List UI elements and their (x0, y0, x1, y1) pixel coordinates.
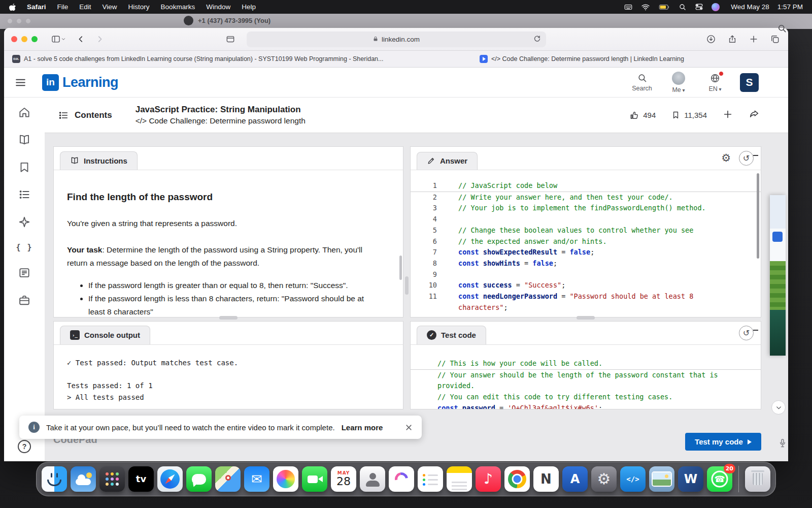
code-line[interactable]: 5// Change these boolean values to contr… (411, 225, 761, 236)
nav-language[interactable]: EN (703, 73, 727, 92)
nav-home-icon[interactable] (18, 106, 31, 119)
trash-dock-icon[interactable] (745, 466, 770, 492)
bookmark-item-d2l[interactable]: D2L A1 - solve 5 code challenges from Li… (12, 55, 383, 63)
search-icon[interactable] (777, 23, 787, 36)
menu-item[interactable]: View (103, 3, 117, 11)
tab-test-code[interactable]: ✓ Test code (417, 326, 486, 344)
spotlight-icon[interactable] (679, 3, 687, 11)
freeform-dock-icon[interactable] (389, 466, 414, 492)
linkedin-learning-logo[interactable]: in Learning (42, 74, 118, 91)
code-line[interactable]: 7const showExpectedResult = false; (411, 247, 761, 258)
editor-settings-gear-icon[interactable]: ⚙ (721, 153, 731, 164)
apple-tv-dock-icon[interactable]: tv (128, 466, 154, 492)
background-tab[interactable]: +1 (437) 473-3995 (You) (184, 16, 270, 25)
nav-search[interactable]: Search (630, 73, 654, 92)
vscode-dock-icon[interactable]: </> (620, 466, 646, 492)
scroll-down-button[interactable] (771, 400, 786, 415)
test-code-reset-button[interactable]: ↺ (739, 326, 754, 340)
test-code-editor[interactable]: // This is how your code will be called.… (411, 345, 761, 409)
contents-button[interactable]: Contents (58, 110, 112, 121)
code-line[interactable]: // Your answer should be the length of t… (411, 370, 761, 392)
code-line[interactable]: 2// Write your answer here, and then tes… (411, 192, 761, 203)
reminders-dock-icon[interactable] (418, 466, 443, 492)
new-tab-icon[interactable] (749, 34, 759, 46)
nav-contents-icon[interactable] (18, 188, 31, 201)
horizontal-resize-handle-left[interactable] (219, 316, 238, 320)
music-dock-icon[interactable]: ♪ (476, 466, 501, 492)
vertical-resize-handle[interactable] (405, 276, 409, 295)
photos-dock-icon[interactable] (273, 466, 298, 492)
menu-item[interactable]: File (57, 3, 69, 11)
preview-dock-icon[interactable] (649, 466, 674, 492)
menubar-date[interactable]: Wed May 28 (731, 3, 769, 11)
code-line[interactable]: // You can edit this code to try differe… (411, 392, 761, 403)
address-bar[interactable]: linkedin.com (247, 31, 546, 47)
back-button[interactable] (76, 35, 85, 44)
help-button[interactable]: ? (18, 440, 31, 453)
zoom-window-button[interactable] (31, 36, 38, 42)
settings-dock-icon[interactable]: ⚙ (591, 466, 617, 492)
nav-me[interactable]: Me (667, 72, 690, 93)
safari-dock-icon[interactable] (157, 466, 183, 492)
code-line[interactable]: // This is how your code will be called. (411, 358, 761, 370)
likes-button[interactable]: 494 (629, 110, 656, 120)
tab-overview-icon[interactable] (770, 34, 780, 46)
page-settings-icon[interactable] (225, 34, 235, 46)
apple-menu-icon[interactable] (9, 3, 17, 11)
keyboard-icon[interactable] (624, 3, 633, 12)
menu-item[interactable]: Edit (79, 3, 91, 11)
menu-item-app[interactable]: Safari (27, 3, 46, 11)
saves-button[interactable]: 11,354 (671, 110, 707, 120)
notes-dock-icon[interactable] (447, 466, 472, 492)
answer-code-editor[interactable]: 1// JavaScript code below2// Write your … (411, 170, 761, 313)
toast-close-icon[interactable] (405, 424, 413, 431)
tab-console-output[interactable]: ›_ Console output (60, 326, 150, 344)
close-window-button[interactable] (11, 36, 17, 42)
facetime-dock-icon[interactable] (302, 466, 327, 492)
word-dock-icon[interactable]: W (678, 466, 703, 492)
maps-dock-icon[interactable] (215, 466, 241, 492)
chrome-dock-icon[interactable] (504, 466, 530, 492)
answer-collapse-handle[interactable] (753, 155, 758, 156)
add-button[interactable] (722, 109, 733, 122)
nav-saved-icon[interactable] (18, 161, 31, 174)
code-line[interactable]: 11const needLongerPassword = "Password s… (411, 291, 761, 313)
minimize-window-button[interactable] (21, 36, 27, 42)
reload-icon[interactable] (533, 35, 542, 45)
hamburger-menu-icon[interactable] (14, 76, 27, 89)
tab-answer[interactable]: Answer (417, 152, 478, 170)
menu-item[interactable]: Help (242, 3, 256, 11)
menu-item[interactable]: Window (206, 3, 230, 11)
microphone-icon[interactable] (777, 437, 788, 452)
finder-dock-icon[interactable] (42, 466, 67, 492)
bookmark-item-code-challenge[interactable]: </> Code Challenge: Determine password l… (480, 55, 684, 63)
learn-more-link[interactable]: Learn more (342, 423, 383, 432)
org-logo[interactable]: S (740, 73, 759, 92)
horizontal-resize-handle-right[interactable] (577, 316, 595, 320)
code-line[interactable]: 10const success = "Success"; (411, 280, 761, 291)
siri-icon[interactable] (712, 3, 720, 11)
sidebar-toggle-button[interactable] (51, 34, 66, 44)
wifi-icon[interactable] (641, 3, 650, 11)
code-line[interactable]: 6// the expected answer and/or hints. (411, 236, 761, 247)
share-icon[interactable] (727, 34, 737, 46)
nav-career-icon[interactable] (18, 294, 31, 307)
menu-item[interactable]: Bookmarks (161, 3, 195, 11)
nav-articles-icon[interactable] (18, 266, 31, 279)
downloads-icon[interactable] (706, 34, 716, 46)
nav-courses-icon[interactable] (18, 133, 31, 146)
code-line[interactable]: const password = 'Q+Chl3af&aqlt$ix#w6s'; (411, 403, 761, 409)
test-my-code-button[interactable]: Test my code (685, 433, 761, 451)
app-a-dock-icon[interactable]: A (562, 466, 588, 492)
forward-button[interactable] (95, 35, 105, 44)
launchpad-dock-icon[interactable] (99, 466, 125, 492)
nav-ai-icon[interactable] (18, 215, 31, 229)
nav-code-icon[interactable]: { } (16, 243, 32, 252)
battery-icon[interactable] (658, 3, 670, 11)
code-line[interactable]: 1// JavaScript code below (411, 180, 761, 192)
calendar-dock-icon[interactable]: MAY28 (331, 466, 356, 492)
contacts-dock-icon[interactable] (360, 466, 385, 492)
menu-item[interactable]: History (128, 3, 150, 11)
code-line[interactable]: 3// Your job is to implement the findPas… (411, 203, 761, 214)
menubar-time[interactable]: 1:57 PM (777, 3, 803, 11)
